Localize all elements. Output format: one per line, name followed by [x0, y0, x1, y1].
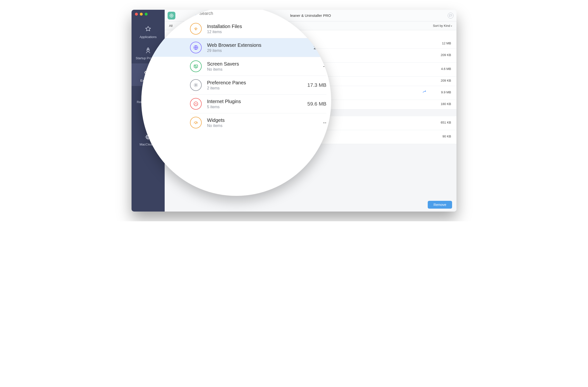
- category-sub: No items: [207, 67, 318, 72]
- magnifier-zoom: Installation Files 12 items Web Browser …: [141, 10, 331, 196]
- extension-size: 90 KB: [432, 134, 451, 138]
- close-icon[interactable]: [135, 13, 138, 16]
- category-name: Preference Panes: [207, 80, 303, 86]
- plugin-icon: [190, 98, 202, 110]
- remove-button[interactable]: Remove: [428, 201, 452, 209]
- extension-size: 209 KB: [432, 79, 451, 82]
- download-icon: [190, 23, 202, 35]
- apps-icon: [145, 26, 152, 33]
- traffic-lights: [135, 13, 147, 16]
- category-size: --: [323, 120, 326, 126]
- extension-size: 651 KB: [432, 121, 451, 124]
- sort-menu[interactable]: Sort by Kind▾: [433, 24, 452, 27]
- filter-all[interactable]: All: [169, 24, 172, 27]
- chat-icon[interactable]: [448, 13, 454, 19]
- extension-size: 209 KB: [432, 53, 451, 57]
- category-name: Screen Savers: [207, 61, 318, 67]
- sidebar-item-applications[interactable]: Applications: [131, 21, 165, 42]
- maximize-icon[interactable]: [145, 13, 147, 16]
- category-sub: 5 items: [207, 105, 303, 109]
- category-name: Web Browser Extensions: [207, 43, 309, 48]
- category-size: 59.6 MB: [307, 101, 326, 107]
- globe-icon: [190, 42, 202, 53]
- extension-size: 9.9 MB: [432, 90, 451, 94]
- gauge-icon: [190, 117, 202, 129]
- category-preference-panes[interactable]: Preference Panes 2 items 17.3 MB: [190, 76, 326, 94]
- category-name: Widgets: [207, 117, 318, 123]
- category-sub: No items: [207, 124, 318, 128]
- chevron-down-icon: ▾: [451, 25, 452, 27]
- extension-size: 180 KB: [432, 102, 451, 106]
- category-web-browser-extensions[interactable]: Web Browser Extensions 29 items 234.2: [141, 38, 331, 57]
- category-sub: 2 items: [207, 86, 303, 90]
- sidebar-item-label: Applications: [131, 35, 165, 39]
- category-name: Internet Plugins: [207, 99, 303, 104]
- rocket-icon: [145, 47, 152, 54]
- extension-size: 12 MB: [432, 42, 451, 45]
- category-screen-savers[interactable]: Screen Savers No items --: [190, 57, 326, 76]
- category-widgets[interactable]: Widgets No items --: [190, 113, 326, 132]
- minimize-icon[interactable]: [140, 13, 143, 16]
- share-icon[interactable]: [421, 89, 427, 95]
- category-sub: 29 items: [207, 48, 309, 53]
- svg-point-0: [147, 49, 148, 50]
- extension-size: 4.6 MB: [432, 67, 451, 71]
- svg-point-8: [195, 84, 197, 86]
- gear-icon: [190, 79, 202, 91]
- window-title: leaner & Uninstaller PRO: [290, 13, 331, 18]
- sort-label: Sort by Kind: [433, 24, 450, 27]
- app-icon: [168, 12, 175, 20]
- screen-icon: [190, 61, 202, 72]
- svg-point-4: [171, 15, 172, 16]
- category-size: 17.3 MB: [307, 82, 326, 88]
- app-window: Applications Startup Programs Extensions…: [131, 10, 457, 212]
- footer: Remove: [165, 198, 457, 212]
- category-internet-plugins[interactable]: Internet Plugins 5 items 59.6 MB: [190, 94, 326, 113]
